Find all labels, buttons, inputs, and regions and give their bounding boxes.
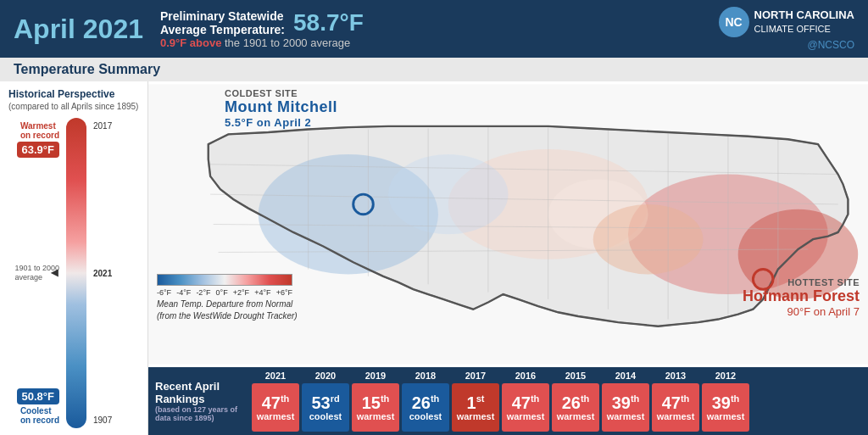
hottest-site-label: HOTTEST SITE Hofmann Forest 90°F on Apri…: [743, 277, 860, 318]
anomaly-value: 0.9°F above: [160, 36, 221, 49]
coolest-temp: 50.8°F: [17, 388, 59, 404]
warmest-year: 2017: [93, 121, 112, 131]
rank-num-2019: 15th: [362, 394, 390, 411]
rank-cell-2021: 202147thwarmest: [252, 371, 299, 432]
rank-type-2014: warmest: [607, 411, 645, 421]
rank-year-2018: 2018: [415, 371, 436, 381]
legend-subtitle: (from the WestWide Drought Tracker): [157, 311, 298, 321]
right-content: COLDEST SITE Mount Mitchell 5.5°F on Apr…: [148, 81, 868, 435]
rankings-subtitle-text: (based on 127 years of data since 1895): [155, 405, 248, 422]
rank-year-2012: 2012: [715, 371, 736, 381]
legend-title: Mean Temp. Departure from Normal: [157, 299, 298, 309]
rank-box-2019: 15thwarmest: [352, 383, 399, 432]
rank-box-2015: 26thwarmest: [552, 383, 599, 432]
rank-cell-2012: 201239thwarmest: [702, 371, 749, 432]
rank-num-2013: 47th: [662, 394, 690, 411]
rank-num-2016: 47th: [512, 394, 540, 411]
rank-year-2013: 2013: [665, 371, 686, 381]
rank-type-2018: coolest: [409, 411, 442, 421]
rankings-bar: Recent April Rankings (based on 127 year…: [148, 367, 868, 435]
legend-label-2: -2°F: [196, 288, 210, 297]
svg-point-7: [593, 204, 704, 275]
rank-num-2017: 1st: [467, 394, 485, 411]
main-content: Historical Perspective (compared to all …: [0, 81, 868, 435]
page-title: April 2021: [14, 14, 143, 45]
legend-labels: -6°F -4°F -2°F 0°F +2°F +4°F +6°F: [157, 288, 292, 297]
rank-box-2013: 47thwarmest: [652, 383, 699, 432]
rank-box-2016: 47thwarmest: [502, 383, 549, 432]
legend-label-6: +6°F: [276, 288, 292, 297]
rank-year-2015: 2015: [565, 371, 586, 381]
left-panel: Historical Perspective (compared to all …: [0, 81, 148, 435]
svg-point-5: [388, 154, 509, 234]
rank-type-2012: warmest: [707, 411, 745, 421]
header-subtitle: Preliminary StatewideAverage Temperature…: [160, 9, 719, 49]
hist-subtitle: (compared to all Aprils since 1895): [8, 102, 139, 111]
warmest-record-label: Warmeston record 63.9°F: [8, 121, 59, 159]
legend-bar: [157, 274, 292, 286]
legend-label-4: +2°F: [233, 288, 249, 297]
rank-type-2020: coolest: [309, 411, 342, 421]
rank-num-2018: 26th: [412, 394, 440, 411]
temp-value: 58.7°F: [293, 9, 364, 36]
nc-logo: NC NORTH CAROLINA CLIMATE OFFICE @NCSCO: [719, 7, 854, 51]
coolest-label: Cooleston record: [20, 406, 59, 425]
hottest-site-name: Hofmann Forest: [743, 287, 860, 305]
rank-cells: 202147thwarmest202053rdcoolest201915thwa…: [252, 371, 861, 432]
coolest-year: 1907: [93, 415, 112, 425]
nc-badge: NC: [719, 7, 749, 37]
warmest-temp: 63.9°F: [17, 142, 59, 158]
rank-type-2015: warmest: [557, 411, 595, 421]
rank-box-2020: 53rdcoolest: [302, 383, 349, 432]
rank-num-2021: 47th: [262, 394, 290, 411]
rank-box-2012: 39thwarmest: [702, 383, 749, 432]
rank-type-2019: warmest: [357, 411, 395, 421]
rank-type-2013: warmest: [657, 411, 695, 421]
hottest-site-header: HOTTEST SITE: [743, 277, 860, 287]
legend-label-1: -4°F: [176, 288, 191, 297]
rank-box-2021: 47thwarmest: [252, 383, 299, 432]
rank-num-2015: 26th: [562, 394, 590, 411]
rank-year-2020: 2020: [315, 371, 336, 381]
map-area: COLDEST SITE Mount Mitchell 5.5°F on Apr…: [148, 81, 868, 367]
legend: -6°F -4°F -2°F 0°F +2°F +4°F +6°F Mean T…: [157, 274, 298, 321]
coldest-site-header: COLDEST SITE: [225, 88, 337, 98]
rankings-title: Recent April Rankings (based on 127 year…: [155, 371, 248, 432]
rank-num-2014: 39th: [612, 394, 640, 411]
header: April 2021 Preliminary StatewideAverage …: [0, 0, 868, 58]
rank-cell-2016: 201647thwarmest: [502, 371, 549, 432]
legend-label-3: 0°F: [216, 288, 228, 297]
coldest-site-label: COLDEST SITE Mount Mitchell 5.5°F on Apr…: [225, 88, 337, 129]
coolest-record-label: 50.8°F Cooleston record: [8, 387, 59, 425]
twitter-handle: @NCSCO: [807, 39, 854, 51]
rank-box-2017: 1stwarmest: [452, 383, 499, 432]
rank-box-2018: 26thcoolest: [402, 383, 449, 432]
subheader: Temperature Summary: [0, 58, 868, 81]
rankings-title-text: Recent April Rankings: [155, 380, 248, 405]
rank-year-2021: 2021: [265, 371, 286, 381]
rank-cell-2018: 201826thcoolest: [402, 371, 449, 432]
subheader-title: Temperature Summary: [14, 62, 160, 77]
anomaly-line: 0.9°F above the 1901 to 2000 average: [160, 36, 719, 49]
coldest-site-name: Mount Mitchell: [225, 98, 337, 116]
legend-label-5: +4°F: [254, 288, 270, 297]
thermometer: ◀: [66, 118, 86, 428]
hist-title: Historical Perspective: [8, 88, 139, 100]
hottest-site-temp: 90°F on April 7: [743, 305, 860, 318]
year-2021: 2021: [93, 269, 112, 278]
rank-type-2016: warmest: [507, 411, 545, 421]
rank-type-2017: warmest: [457, 411, 495, 421]
rank-cell-2019: 201915thwarmest: [352, 371, 399, 432]
legend-label-0: -6°F: [157, 288, 171, 297]
rank-cell-2013: 201347thwarmest: [652, 371, 699, 432]
thermometer-container: Warmeston record 63.9°F 1901 to 2000aver…: [8, 118, 139, 428]
rank-year-2017: 2017: [465, 371, 486, 381]
rank-cell-2014: 201439thwarmest: [602, 371, 649, 432]
rank-year-2016: 2016: [515, 371, 536, 381]
year-column: 2017 2021 1907: [93, 118, 112, 428]
temp-label: Preliminary StatewideAverage Temperature…: [160, 9, 285, 36]
rank-cell-2017: 20171stwarmest: [452, 371, 499, 432]
warmest-label: Warmeston record: [20, 121, 59, 140]
legend-gradient: [157, 274, 298, 286]
rank-year-2019: 2019: [365, 371, 386, 381]
